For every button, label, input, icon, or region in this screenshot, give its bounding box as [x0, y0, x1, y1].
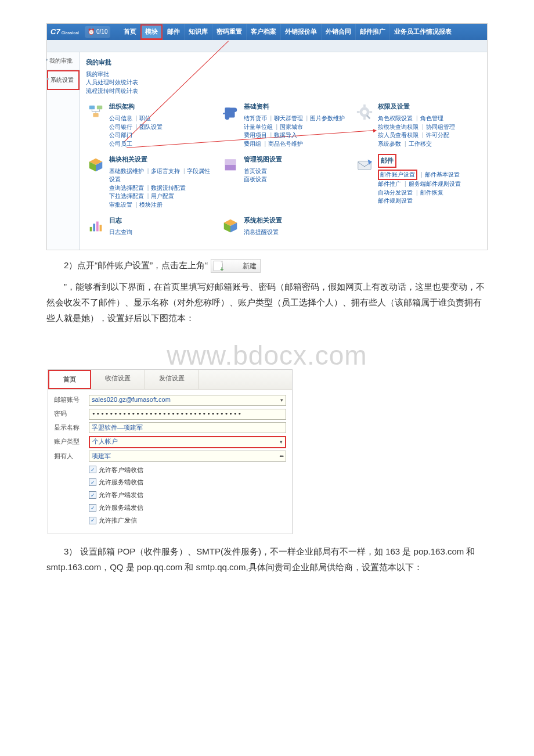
module-link[interactable]: 结算货币 — [244, 115, 267, 121]
module-link[interactable]: 公司银行 — [109, 124, 132, 130]
form-tab-2[interactable]: 发信设置 — [145, 370, 199, 390]
module-link[interactable]: 服务端邮件规则设置 — [409, 181, 461, 187]
svg-point-4 — [232, 108, 237, 113]
checkbox-row[interactable]: ✓允许客户端发信 — [89, 489, 286, 501]
module-link[interactable]: 用户配置 — [151, 193, 174, 199]
label-display-name: 显示名称 — [54, 422, 89, 434]
module-link[interactable]: 团队设置 — [139, 124, 163, 130]
svg-rect-8 — [363, 105, 366, 107]
sidebar-item-1[interactable]: 系统设置 — [47, 70, 80, 90]
input-display-name[interactable]: 孚盟软件—项建军 — [89, 422, 286, 433]
module-link[interactable]: 职位 — [139, 115, 151, 121]
more-icon[interactable]: ••• — [280, 452, 283, 461]
module-link[interactable]: 商品色号维护 — [268, 141, 303, 147]
menu-item-7[interactable]: 外销合同 — [321, 24, 355, 40]
menu-item-1[interactable]: 模块 — [140, 24, 163, 40]
module-link[interactable]: 日志查询 — [109, 229, 132, 235]
module-link[interactable]: 审批设置 — [109, 201, 132, 208]
module-link[interactable]: 模块注册 — [139, 201, 163, 208]
module-link[interactable]: 邮件恢复 — [420, 189, 443, 196]
menu-item-9[interactable]: 业务员工作情况报表 — [389, 24, 456, 40]
module-link[interactable]: 邮件推广 — [378, 181, 401, 187]
menu-item-5[interactable]: 客户档案 — [246, 24, 280, 40]
alarm-indicator[interactable]: ⏰ 0/10 — [85, 26, 110, 38]
module-link[interactable]: 许可分配 — [426, 132, 449, 138]
module-link[interactable]: 公司信息 — [109, 115, 132, 121]
menu-item-8[interactable]: 邮件推广 — [355, 24, 389, 40]
module-link[interactable]: 数据导入 — [274, 132, 297, 138]
checkbox-row[interactable]: ✓允许服务端收信 — [89, 477, 286, 488]
module-link[interactable]: 费用组 — [244, 141, 261, 147]
module-link[interactable]: 多语言支持 — [151, 168, 180, 174]
form-tab-1[interactable]: 收信设置 — [91, 370, 145, 390]
menu-item-3[interactable]: 知识库 — [184, 24, 212, 40]
checkbox-icon: ✓ — [89, 517, 96, 524]
block-links: 我的审批人员处理时效统计表流程流转时间统计表 — [86, 70, 481, 96]
main-menu: 首页模块邮件知识库密码重置客户档案外销报价单外销合同邮件推广业务员工作情况报表 — [120, 24, 456, 40]
chart-icon — [87, 217, 104, 235]
module-link[interactable]: 首页设置 — [244, 168, 267, 174]
sidebar-item-0[interactable]: 我的审批 — [47, 52, 80, 70]
module-link[interactable]: 国家城市 — [280, 124, 303, 130]
module-link[interactable]: 计量单位组 — [244, 124, 273, 130]
module-link[interactable]: 查询选择配置 — [109, 185, 144, 191]
label-password: 密码 — [54, 408, 89, 420]
svg-rect-21 — [100, 225, 102, 232]
module-link[interactable]: 消息提醒设置 — [244, 229, 279, 235]
checkbox-icon: ✓ — [89, 466, 96, 473]
mail-account-form: 首页收信设置发信设置 邮箱账号 sales020.gz@fumasoft.com… — [48, 369, 293, 534]
module-block: 基础资料结算货币 | 聊天群管理 | 图片参数维护计量单位组 | 国家城市费用项… — [221, 101, 347, 154]
module-link[interactable]: 邮件基本设置 — [425, 171, 460, 178]
gear-icon — [356, 103, 373, 121]
module-link[interactable]: 角色管理 — [420, 115, 443, 121]
svg-rect-18 — [90, 227, 92, 232]
module-link[interactable]: 公司员工 — [109, 141, 132, 147]
approval-link[interactable]: 流程流转时间统计表 — [86, 88, 138, 94]
org-icon — [87, 103, 104, 121]
input-owner[interactable]: 项建军 ••• — [89, 451, 286, 462]
module-link[interactable]: 公司部门 — [109, 132, 132, 138]
module-block: 模块相关设置基础数据维护 | 多语言支持 | 字段属性设置查询选择配置 | 数据… — [86, 154, 212, 215]
svg-rect-19 — [93, 224, 95, 232]
module-link[interactable]: 邮件账户设置 — [378, 171, 417, 178]
approval-link[interactable]: 人员处理时效统计表 — [86, 79, 138, 85]
form-tabs: 首页收信设置发信设置 — [48, 370, 292, 390]
module-link[interactable]: 邮件规则设置 — [378, 197, 413, 204]
new-button[interactable]: 新建 — [211, 259, 261, 273]
block-title: 基础资料 — [244, 101, 347, 113]
chevron-down-icon[interactable]: ▾ — [280, 437, 283, 447]
menu-item-6[interactable]: 外销报价单 — [280, 24, 321, 40]
module-link[interactable]: 面板设置 — [244, 176, 267, 182]
checkbox-row[interactable]: ✓允许服务端发信 — [89, 502, 286, 513]
module-link[interactable]: 费用项目 — [244, 132, 267, 138]
module-block: 日志日志查询 — [86, 215, 212, 242]
module-link[interactable]: 基础数据维护 — [109, 168, 144, 174]
module-link[interactable]: 图片参数维护 — [310, 115, 345, 121]
module-link[interactable]: 工作移交 — [409, 141, 432, 147]
module-link[interactable]: 聊天群管理 — [274, 115, 303, 121]
module-link[interactable]: 按模块查询权限 — [378, 124, 418, 130]
module-link[interactable]: 按人员查看权限 — [378, 132, 418, 138]
svg-point-7 — [363, 110, 367, 115]
checkbox-row[interactable]: ✓允许客户端收信 — [89, 465, 286, 476]
checkbox-label: 允许客户端收信 — [99, 465, 143, 476]
chevron-down-icon[interactable]: ▾ — [280, 395, 283, 405]
input-password[interactable]: •••••••••••••••••••••••••••••••••• — [89, 409, 286, 420]
module-link[interactable]: 协同组管理 — [426, 124, 455, 130]
menu-item-0[interactable]: 首页 — [120, 24, 140, 40]
approval-link[interactable]: 我的审批 — [86, 71, 109, 77]
module-link[interactable]: 自动分发设置 — [378, 189, 413, 196]
checkbox-row[interactable]: ✓允许推广发信 — [89, 515, 286, 526]
input-account[interactable]: sales020.gz@fumasoft.com ▾ — [89, 395, 286, 406]
module-link[interactable]: 角色权限设置 — [378, 115, 413, 121]
envelope-icon — [356, 156, 373, 174]
select-account-type[interactable]: 个人帐户 ▾ — [89, 436, 286, 448]
menu-item-4[interactable]: 密码重置 — [212, 24, 246, 40]
checkbox-icon: ✓ — [89, 504, 96, 512]
block-title: 我的审批 — [86, 57, 481, 69]
module-link[interactable]: 下拉选择配置 — [109, 193, 144, 199]
module-link[interactable]: 数据流转配置 — [151, 185, 186, 191]
menu-item-2[interactable]: 邮件 — [163, 24, 184, 40]
form-tab-0[interactable]: 首页 — [48, 370, 91, 390]
module-link[interactable]: 系统参数 — [378, 141, 401, 147]
